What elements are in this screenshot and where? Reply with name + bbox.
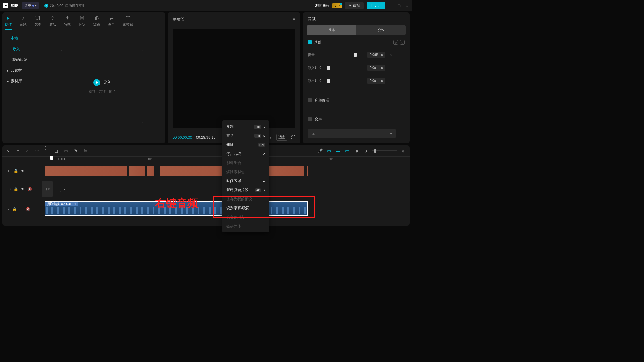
export-button[interactable]: ⬆ 导出 bbox=[367, 2, 385, 9]
media-panel: ▸媒体 ♪音频 TI文本 ☺贴纸 ✦特效 ⋈转场 ◐滤镜 ⇄调节 ▢素材包 ▾本… bbox=[2, 12, 165, 143]
cursor-icon[interactable]: ↖ bbox=[6, 148, 11, 154]
playhead[interactable] bbox=[52, 157, 52, 230]
zoom-in-icon[interactable]: ⊕ bbox=[401, 148, 406, 154]
properties-panel: 音频 基本 变速 ✓ 基础 ↻ ◇ 音量 0.0dB⇅ ◇ bbox=[303, 12, 410, 143]
redo-icon[interactable]: ↷ bbox=[35, 148, 40, 154]
keyframe-icon[interactable]: ◇ bbox=[400, 40, 405, 45]
chevron-right-icon: ▸ bbox=[263, 179, 265, 183]
reset-icon[interactable]: ↻ bbox=[393, 40, 398, 45]
menu-dot-icon bbox=[32, 5, 34, 7]
save-status-text: 自动保存本地 bbox=[65, 3, 85, 8]
player-stage[interactable] bbox=[173, 29, 295, 128]
ctx-time-region[interactable]: 时间区域▸ bbox=[222, 176, 269, 186]
maximize-button[interactable]: ▢ bbox=[397, 3, 401, 8]
tab-basic[interactable]: 基本 bbox=[307, 25, 356, 35]
media-tabs: ▸媒体 ♪音频 TI文本 ☺贴纸 ✦特效 ⋈转场 ◐滤镜 ⇄调节 ▢素材包 bbox=[2, 12, 165, 30]
sidebar-import[interactable]: 导入 bbox=[2, 44, 39, 54]
split-icon[interactable]: 〕〔 bbox=[44, 146, 49, 156]
ctx-compound[interactable]: 新建复合片段AltG bbox=[222, 186, 269, 195]
eye-icon[interactable]: 👁 bbox=[21, 169, 25, 173]
cursor-dropdown-icon[interactable]: ▾ bbox=[15, 149, 20, 152]
cover-thumb[interactable]: 封面 bbox=[42, 181, 53, 197]
project-title: 3月18日 bbox=[315, 3, 329, 8]
mute-icon[interactable]: 🔇 bbox=[26, 207, 30, 211]
eye-icon[interactable]: 👁 bbox=[21, 187, 25, 191]
video-track-icon: ▢ bbox=[7, 187, 11, 191]
player-menu-icon[interactable]: ≡ bbox=[292, 16, 295, 22]
sidebar-local[interactable]: ▾本地 bbox=[2, 33, 39, 44]
tab-transition[interactable]: ⋈转场 bbox=[79, 15, 85, 30]
mic-icon[interactable]: 🎤 bbox=[317, 148, 323, 154]
minimize-button[interactable]: — bbox=[389, 3, 393, 8]
video-clip-icon: ▭ bbox=[60, 186, 66, 192]
context-menu: 复制CtrlC 剪切CtrlX 删除Del 停用片段V 创建组合 解除素材包 时… bbox=[222, 120, 269, 231]
fullscreen-icon[interactable]: ⛶ bbox=[291, 135, 295, 140]
preview-icon[interactable]: ▭ bbox=[345, 148, 350, 154]
ctx-cut[interactable]: 剪切CtrlX bbox=[222, 131, 269, 140]
delete-icon[interactable]: ▭ bbox=[63, 148, 68, 154]
denoise-checkbox[interactable] bbox=[308, 98, 312, 102]
media-sidebar: ▾本地 导入 我的预设 ▸云素材 ▸素材库 bbox=[2, 30, 39, 143]
magnet-icon[interactable]: ▭ bbox=[327, 148, 332, 154]
link-icon[interactable]: ▬ bbox=[336, 148, 341, 153]
basic-label: 基础 bbox=[314, 40, 321, 45]
lock-icon[interactable]: 🔒 bbox=[14, 187, 18, 191]
time-current: 00:00:00:00 bbox=[173, 135, 192, 139]
tab-adjust[interactable]: ⇄调节 bbox=[108, 15, 115, 30]
effect-icon: ✦ bbox=[64, 15, 70, 21]
sidebar-cloud[interactable]: ▸云素材 bbox=[2, 65, 39, 76]
align-icon[interactable]: ⊕ bbox=[354, 148, 359, 154]
video-clip[interactable]: ▭ bbox=[58, 184, 66, 194]
tab-assets[interactable]: ▢素材包 bbox=[123, 15, 133, 30]
flag-icon[interactable]: ⚑ bbox=[73, 148, 78, 154]
mute-icon[interactable]: 🔇 bbox=[27, 187, 32, 191]
sidebar-library[interactable]: ▸素材库 bbox=[2, 76, 39, 87]
fadeout-label: 淡出时长 bbox=[308, 79, 324, 83]
zoom-slider[interactable] bbox=[372, 150, 397, 151]
ctx-disable[interactable]: 停用片段V bbox=[222, 149, 269, 158]
audio-clip-label: 提取音频20230318-1 bbox=[45, 202, 78, 206]
review-button[interactable]: ✈ 审阅 bbox=[345, 2, 364, 9]
zoom-icon[interactable]: ⌕ bbox=[270, 135, 272, 140]
tab-text[interactable]: TI文本 bbox=[35, 15, 41, 30]
lock-icon[interactable]: 🔒 bbox=[12, 207, 17, 211]
fadein-value[interactable]: 0.0s⇅ bbox=[367, 65, 385, 71]
vip-notification-dot bbox=[340, 3, 342, 5]
voicechange-select[interactable]: 无 ▾ bbox=[308, 129, 396, 138]
denoise-label: 音频降噪 bbox=[315, 98, 329, 103]
plus-icon: + bbox=[93, 79, 100, 86]
titlebar-right: ⌨ ▦▾ VIP ✈ 审阅 ⬆ 导出 — ▢ ✕ bbox=[316, 2, 409, 9]
ratio-button[interactable]: 适应 bbox=[276, 134, 287, 141]
vip-badge[interactable]: VIP bbox=[332, 3, 342, 8]
volume-value[interactable]: 0.0dB⇅ bbox=[367, 52, 385, 58]
ctx-copy[interactable]: 复制CtrlC bbox=[222, 122, 269, 131]
crop-icon[interactable]: ◻ bbox=[54, 148, 59, 154]
voicechange-label: 变声 bbox=[315, 117, 322, 122]
zoom-out-icon[interactable]: ⊖ bbox=[363, 148, 368, 154]
ctx-delete[interactable]: 删除Del bbox=[222, 140, 269, 149]
tab-sticker[interactable]: ☺贴纸 bbox=[49, 15, 56, 30]
filter-icon: ◐ bbox=[94, 15, 100, 21]
lock-icon[interactable]: 🔒 bbox=[14, 169, 18, 173]
menu-button[interactable]: 菜单 ▾ bbox=[22, 2, 39, 9]
tab-filter[interactable]: ◐滤镜 bbox=[93, 15, 100, 30]
voicechange-checkbox[interactable] bbox=[308, 117, 312, 121]
sidebar-preset[interactable]: 我的预设 bbox=[2, 54, 39, 65]
adjust-icon: ⇄ bbox=[108, 15, 115, 21]
tab-speed[interactable]: 变速 bbox=[356, 25, 406, 35]
fadeout-value[interactable]: 0.0s⇅ bbox=[367, 78, 385, 84]
ctx-recognize-subtitle[interactable]: 识别字幕/歌词 bbox=[222, 204, 269, 213]
close-button[interactable]: ✕ bbox=[405, 3, 409, 8]
tab-effect[interactable]: ✦特效 bbox=[64, 15, 71, 30]
fadeout-slider[interactable] bbox=[327, 81, 364, 81]
flag2-icon[interactable]: ⚑ bbox=[83, 148, 88, 154]
undo-icon[interactable]: ↶ bbox=[25, 148, 30, 154]
tab-media[interactable]: ▸媒体 bbox=[5, 15, 12, 30]
import-dropzone[interactable]: + 导入 视频、音频、图片 bbox=[61, 50, 143, 123]
sticker-icon: ☺ bbox=[50, 15, 56, 21]
tab-audio[interactable]: ♪音频 bbox=[20, 15, 27, 30]
fadein-slider[interactable] bbox=[327, 68, 364, 68]
volume-keyframe[interactable]: ◇ bbox=[389, 53, 393, 57]
basic-checkbox[interactable]: ✓ bbox=[308, 40, 312, 44]
volume-slider[interactable] bbox=[327, 55, 364, 55]
